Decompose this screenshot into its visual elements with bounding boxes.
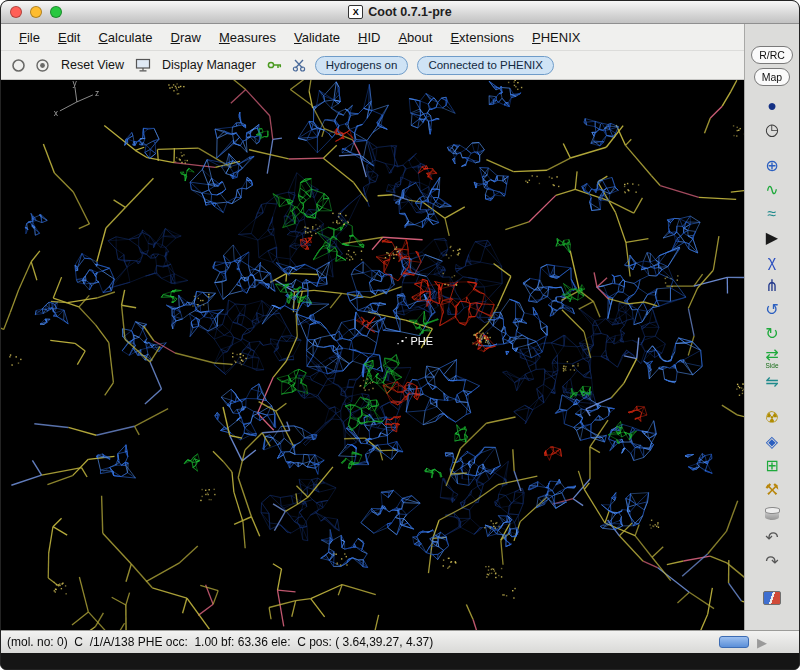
close-button[interactable] <box>10 6 22 18</box>
flip-peptide-icon[interactable]: ⇋ <box>745 370 799 394</box>
real-space-refine-icon[interactable]: ∿ <box>745 178 799 202</box>
x11-icon: X <box>348 5 363 19</box>
rotate-zone-icon[interactable]: ↺ <box>745 298 799 322</box>
hscroll-thumb[interactable] <box>719 636 749 648</box>
auto-fit-rotamer-icon[interactable]: ↻ <box>745 322 799 346</box>
gl-canvas[interactable] <box>1 80 744 630</box>
rrc-button[interactable]: R/RC <box>751 46 793 64</box>
display-manager-button[interactable]: Display Manager <box>160 56 258 74</box>
side-toolbar: ●◷⊕∿≈▶χ⋔↺↻⇄Side⇋☢◈⊞⚒↶↷ <box>745 94 799 610</box>
play-icon[interactable]: ▶ <box>745 226 799 250</box>
reset-view-button[interactable]: Reset View <box>59 56 126 74</box>
delete-item-icon[interactable] <box>745 502 799 526</box>
status-bar: (mol. no: 0) C /1/A/138 PHE occ: 1.00 bf… <box>1 630 799 653</box>
redo-icon[interactable]: ↷ <box>745 550 799 574</box>
radiation-icon[interactable]: ☢ <box>745 406 799 430</box>
phenix-status-button[interactable]: Connected to PHENIX <box>417 56 553 75</box>
window-controls <box>10 1 62 23</box>
display-icon <box>135 58 151 72</box>
resize-grip-icon[interactable]: ▶ <box>757 636 767 649</box>
scissors-icon[interactable] <box>292 58 306 72</box>
window-bottom-frame <box>1 653 799 670</box>
menu-phenix[interactable]: PHENIX <box>524 27 588 48</box>
menu-hid[interactable]: HID <box>350 27 388 48</box>
map-button[interactable]: Map <box>754 68 790 86</box>
mutate-icon[interactable]: ⚒ <box>745 478 799 502</box>
zoom-button[interactable] <box>50 6 62 18</box>
toolbar: Reset View Display Manager Hydrogens on … <box>1 51 744 80</box>
menu-calculate[interactable]: Calculate <box>90 27 160 48</box>
sphere-icon[interactable]: ● <box>745 94 799 118</box>
menu-measures[interactable]: Measures <box>211 27 284 48</box>
menu-draw[interactable]: Draw <box>163 27 209 48</box>
crosshair-icon[interactable]: ⊕ <box>745 154 799 178</box>
menu-edit[interactable]: Edit <box>50 27 88 48</box>
gl-viewport[interactable] <box>1 80 744 630</box>
coot-window: X Coot 0.7.1-pre FileEditCalculateDrawMe… <box>0 0 800 670</box>
menu-bar: FileEditCalculateDrawMeasuresValidateHID… <box>1 24 744 51</box>
record-icon[interactable] <box>35 58 50 73</box>
hydrogens-toggle[interactable]: Hydrogens on <box>315 56 409 75</box>
add-residue-icon[interactable]: ⊞ <box>745 454 799 478</box>
minimize-button[interactable] <box>30 6 42 18</box>
regularize-icon[interactable]: ≈ <box>745 202 799 226</box>
display-images-icon[interactable] <box>745 586 799 610</box>
status-text: (mol. no: 0) C /1/A/138 PHE occ: 1.00 bf… <box>7 635 433 649</box>
target-icon[interactable] <box>11 58 26 73</box>
window-title: X Coot 0.7.1-pre <box>348 5 451 19</box>
menu-file[interactable]: File <box>11 27 48 48</box>
dial-icon[interactable]: ◷ <box>745 118 799 142</box>
undo-icon[interactable]: ↶ <box>745 526 799 550</box>
menu-about[interactable]: About <box>390 27 440 48</box>
rotamer-icon[interactable]: ⋔ <box>745 274 799 298</box>
window-title-text: Coot 0.7.1-pre <box>368 5 451 19</box>
key-icon[interactable] <box>267 58 283 72</box>
molecule-icon[interactable]: ◈ <box>745 430 799 454</box>
titlebar[interactable]: X Coot 0.7.1-pre <box>1 1 799 24</box>
side-panel: R/RC Map ●◷⊕∿≈▶χ⋔↺↻⇄Side⇋☢◈⊞⚒↶↷ <box>744 24 799 630</box>
chi-angles-icon[interactable]: χ <box>745 250 799 274</box>
side-chain-flip-icon[interactable]: ⇄Side <box>745 346 799 370</box>
menu-extensions[interactable]: Extensions <box>442 27 522 48</box>
menu-validate[interactable]: Validate <box>286 27 348 48</box>
